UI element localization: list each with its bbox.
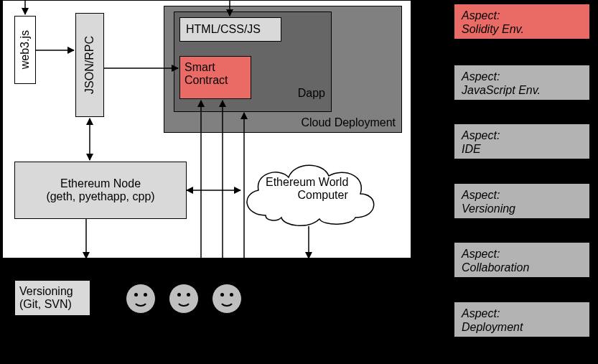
aspect-subtitle: Versioning [462, 202, 515, 215]
html-css-js-label: HTML/CSS/JS [186, 23, 261, 36]
versioning-box: Versioning (Git, SVN) [14, 280, 90, 316]
aspect-title: Aspect: [462, 9, 500, 22]
aspect-title: Aspect: [462, 307, 500, 319]
aspect-solidity-env: Aspect:Solidity Env. [454, 4, 590, 39]
ethereum-node-box: Ethereum Node (geth, pyethapp, cpp) [14, 162, 187, 219]
aspect-subtitle: IDE [462, 143, 481, 155]
ethereum-node-label-2: (geth, pyethapp, cpp) [46, 190, 154, 203]
aspect-subtitle: Collaboration [462, 261, 529, 274]
smart-contract-box: Smart Contract [179, 56, 251, 99]
aspect-subtitle: Deployment [462, 321, 523, 333]
user-icon [212, 284, 242, 314]
aspect-title: Aspect: [462, 129, 500, 141]
smart-contract-label: Smart Contract [184, 61, 228, 86]
json-rpc-box: JSON/RPC [75, 13, 104, 117]
diagram-stage: Cloud Deployment Dapp HTML/CSS/JS Smart … [0, 0, 598, 364]
aspect-collaboration: Aspect:Collaboration [454, 242, 590, 278]
aspect-javascript-env: Aspect:JavaScript Env. [454, 65, 590, 101]
web3js-label: web3.js [19, 30, 32, 69]
web3js-box: web3.js [14, 16, 36, 84]
cloud-deployment-label: Cloud Deployment [301, 116, 396, 129]
aspect-deployment: Aspect:Deployment [454, 302, 590, 337]
user-icon [126, 284, 156, 314]
aspect-title: Aspect: [462, 189, 500, 201]
aspect-versioning: Aspect:Versioning [454, 183, 590, 219]
aspect-ide: Aspect:IDE [454, 123, 590, 159]
html-css-js-box: HTML/CSS/JS [179, 17, 281, 42]
ethereum-node-label-1: Ethereum Node [60, 177, 141, 190]
aspect-subtitle: Solidity Env. [462, 23, 524, 35]
aspect-title: Aspect: [462, 248, 500, 260]
versioning-label: Versioning (Git, SVN) [19, 285, 73, 310]
aspect-subtitle: JavaScript Env. [462, 84, 541, 96]
json-rpc-label: JSON/RPC [83, 36, 96, 94]
ethereum-world-label: Ethereum World Computer [266, 176, 373, 202]
aspect-title: Aspect: [462, 70, 500, 83]
user-icon [169, 284, 199, 314]
dapp-label: Dapp [298, 87, 325, 100]
